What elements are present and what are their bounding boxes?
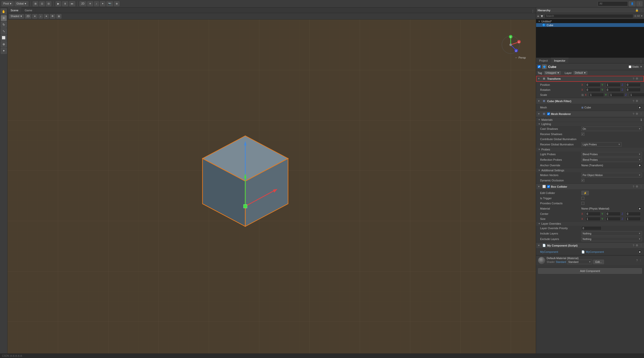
lighting-subsection[interactable]: ▼ Lighting bbox=[536, 122, 644, 126]
motion-vectors-dropdown[interactable]: Per Object Motion ▼ bbox=[581, 173, 642, 177]
hierarchy-lock-icon[interactable]: 🔒 bbox=[635, 9, 639, 12]
is-trigger-checkbox[interactable] bbox=[581, 197, 584, 200]
receive-gi-dropdown[interactable]: Light Probes ▼ bbox=[581, 142, 622, 147]
tag-dropdown[interactable]: Untagged ▼ bbox=[544, 71, 561, 75]
scene-options[interactable]: ⋮ bbox=[530, 9, 536, 13]
mesh-renderer-enabled[interactable] bbox=[547, 112, 550, 115]
scene-camera-button[interactable]: 📷 bbox=[106, 1, 113, 6]
snap-button[interactable]: ⊡ bbox=[39, 1, 45, 6]
mesh-filter-header[interactable]: ▼ ⊞ Cube (Mesh Filter) ? ⚙ ⋮ bbox=[536, 98, 644, 104]
more-button[interactable]: ⋮ bbox=[636, 1, 642, 6]
hierarchy-filter[interactable]: ☰ All ▼ bbox=[634, 15, 643, 17]
box-collider-settings[interactable]: ⚙ bbox=[636, 185, 638, 188]
transform-settings-icon[interactable]: ⚙ bbox=[636, 77, 638, 80]
pos-y-field[interactable] bbox=[606, 83, 621, 87]
my-component-settings[interactable]: ⚙ bbox=[636, 244, 638, 247]
transform-more-icon[interactable]: ⋮ bbox=[640, 77, 642, 80]
size-y-field[interactable] bbox=[606, 217, 621, 221]
scene-grid-btn[interactable]: ⊞ bbox=[56, 14, 61, 19]
hierarchy-more-icon[interactable]: ⋮ bbox=[640, 9, 642, 12]
hierarchy-item-untitled[interactable]: ▼ Untitled* bbox=[536, 20, 644, 23]
my-component-help[interactable]: ? bbox=[633, 244, 634, 247]
mesh-filter-more[interactable]: ⋮ bbox=[640, 99, 642, 103]
scale-link-icon[interactable]: ⛓ bbox=[581, 94, 584, 96]
play-button[interactable]: ▶ bbox=[56, 1, 61, 6]
2d-button[interactable]: 2D bbox=[79, 1, 86, 6]
layer-dropdown[interactable]: Default ▼ bbox=[574, 71, 587, 75]
pause-button[interactable]: ⏸ bbox=[62, 1, 68, 6]
lighting-button[interactable]: ☀ bbox=[87, 1, 93, 6]
scale-x-field[interactable] bbox=[589, 93, 604, 97]
rect-tool[interactable]: ⬜ bbox=[1, 35, 7, 41]
reflection-probes-dropdown[interactable]: Blend Probes ▼ bbox=[581, 157, 642, 162]
pos-z-field[interactable] bbox=[626, 83, 641, 87]
layer-override-priority-field[interactable] bbox=[581, 226, 601, 230]
mesh-renderer-header[interactable]: ▼ ⊟ Mesh Renderer ? ⚙ ⋮ bbox=[536, 111, 644, 117]
collider-material-select[interactable]: ◉ bbox=[637, 206, 642, 211]
size-x-field[interactable] bbox=[585, 217, 600, 221]
account-button[interactable]: 👤 bbox=[629, 1, 635, 6]
my-component-header[interactable]: ▼ 📄 My Component (Script) ? ⚙ ⋮ bbox=[536, 243, 644, 249]
transform-help-icon[interactable]: ? bbox=[633, 77, 634, 80]
hierarchy-menu-btn[interactable]: ▼ bbox=[540, 14, 544, 18]
rot-y-field[interactable] bbox=[606, 88, 621, 92]
material-help[interactable]: ? bbox=[636, 259, 638, 262]
mesh-renderer-more[interactable]: ⋮ bbox=[640, 112, 642, 115]
mesh-renderer-help[interactable]: ? bbox=[633, 112, 634, 115]
add-component-button[interactable]: Add Component bbox=[538, 268, 642, 274]
script-select-btn[interactable]: ◉ bbox=[637, 250, 642, 254]
project-tab[interactable]: Project bbox=[536, 58, 551, 63]
my-component-more[interactable]: ⋮ bbox=[640, 244, 642, 247]
exclude-layers-dropdown[interactable]: Nothing ▼ bbox=[581, 237, 642, 241]
shading-mode-btn[interactable]: Shaded ▼ bbox=[9, 14, 24, 19]
box-collider-help[interactable]: ? bbox=[633, 185, 634, 188]
transform-header[interactable]: ▼ ⊞ Transform ? ⚙ ⋮ bbox=[536, 76, 644, 82]
game-tab[interactable]: Game bbox=[22, 8, 35, 13]
dynamic-occlusion-checkbox[interactable]: ✓ bbox=[581, 179, 584, 182]
receive-shadows-checkbox[interactable]: ✓ bbox=[581, 133, 584, 136]
layer-overrides-subsection[interactable]: ▼ Layer Overrides bbox=[536, 221, 644, 226]
view-button[interactable]: ⊟ bbox=[46, 1, 51, 6]
inspector-tab[interactable]: Inspector bbox=[551, 58, 569, 63]
axes-gizmo[interactable]: Y X Z bbox=[501, 35, 521, 55]
box-collider-enabled[interactable] bbox=[547, 185, 550, 188]
rotate-tool[interactable]: ↻ bbox=[1, 22, 7, 28]
audio-button[interactable]: ♪ bbox=[94, 1, 99, 6]
obj-active-checkbox[interactable] bbox=[538, 65, 541, 68]
viewport-3d[interactable]: Y X Z ← Persp bbox=[8, 20, 536, 353]
pivot-button[interactable]: Pivot ▼ bbox=[2, 1, 14, 6]
size-z-field[interactable] bbox=[626, 217, 641, 221]
scene-lighting-btn[interactable]: ☀ bbox=[32, 14, 37, 19]
hand-tool[interactable]: ✋ bbox=[1, 9, 7, 15]
static-dropdown[interactable]: ▼ bbox=[640, 65, 642, 68]
rot-x-field[interactable] bbox=[585, 88, 600, 92]
shader-dropdown[interactable]: Standard ▼ bbox=[567, 260, 592, 264]
transform-tool[interactable]: ⊕ bbox=[1, 41, 7, 47]
mesh-filter-settings[interactable]: ⚙ bbox=[636, 99, 638, 103]
include-layers-dropdown[interactable]: Nothing ▼ bbox=[581, 231, 642, 236]
scale-z-field[interactable] bbox=[629, 93, 644, 97]
hierarchy-search[interactable] bbox=[545, 14, 633, 18]
additional-settings-subsection[interactable]: ▼ Additional Settings bbox=[536, 168, 644, 172]
box-collider-more[interactable]: ⋮ bbox=[640, 185, 642, 188]
anchor-select-btn[interactable]: ◉ bbox=[637, 163, 642, 168]
step-button[interactable]: ⏭ bbox=[69, 1, 75, 6]
pos-x-field[interactable] bbox=[585, 83, 600, 87]
scene-tab[interactable]: Scene bbox=[8, 8, 22, 13]
materials-subsection[interactable]: ▼ Materials 1 bbox=[536, 117, 644, 122]
scene-hidden-btn[interactable]: 👁 bbox=[50, 14, 55, 19]
mesh-filter-help[interactable]: ? bbox=[633, 100, 634, 103]
mesh-select-btn[interactable]: ◉ bbox=[637, 105, 642, 110]
hierarchy-item-cube[interactable]: 🔷 Cube bbox=[536, 23, 644, 27]
scale-tool[interactable]: ⤡ bbox=[1, 28, 7, 34]
center-y-field[interactable] bbox=[606, 212, 621, 216]
box-collider-header[interactable]: ▼ ⬜ Box Collider ? ⚙ ⋮ bbox=[536, 184, 644, 190]
rot-z-field[interactable] bbox=[626, 88, 641, 92]
mesh-renderer-settings[interactable]: ⚙ bbox=[636, 112, 638, 115]
center-x-field[interactable] bbox=[585, 212, 600, 216]
grid-toggle-button[interactable]: ⊞ bbox=[33, 1, 38, 6]
edit-collider-btn[interactable]: ⚡ bbox=[581, 191, 589, 195]
fx-button[interactable]: ✦ bbox=[100, 1, 105, 6]
2d-view-btn[interactable]: 2D bbox=[25, 14, 31, 19]
add-hierarchy-btn[interactable]: + bbox=[537, 14, 539, 18]
